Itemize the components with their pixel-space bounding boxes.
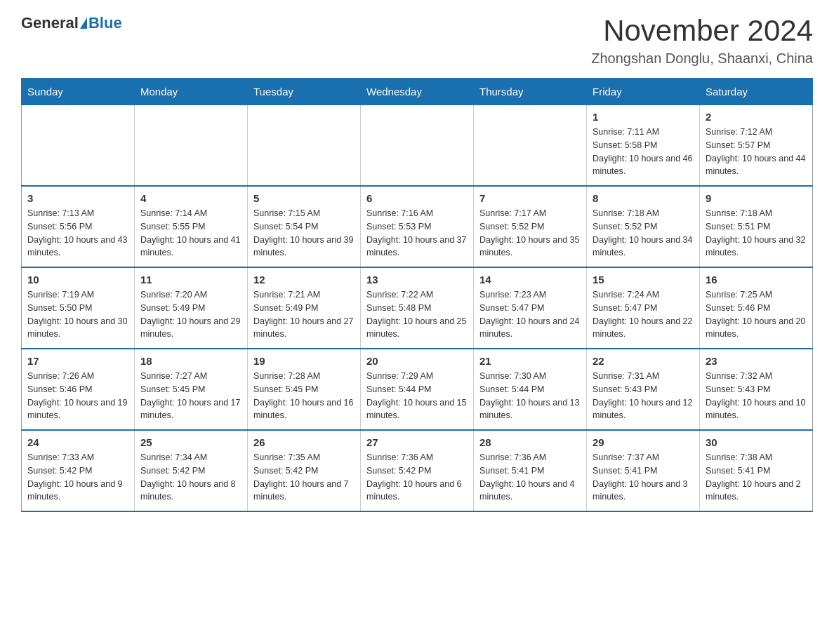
day-cell: 12Sunrise: 7:21 AMSunset: 5:49 PMDayligh… [248, 267, 361, 349]
day-cell: 7Sunrise: 7:17 AMSunset: 5:52 PMDaylight… [474, 186, 587, 267]
day-cell: 24Sunrise: 7:33 AMSunset: 5:42 PMDayligh… [22, 430, 135, 511]
day-info: Sunrise: 7:35 AMSunset: 5:42 PMDaylight:… [253, 451, 355, 504]
day-cell: 17Sunrise: 7:26 AMSunset: 5:46 PMDayligh… [22, 349, 135, 430]
day-number: 9 [706, 192, 807, 204]
calendar-table: SundayMondayTuesdayWednesdayThursdayFrid… [21, 78, 813, 512]
day-info: Sunrise: 7:26 AMSunset: 5:46 PMDaylight:… [27, 370, 128, 422]
day-info: Sunrise: 7:13 AMSunset: 5:56 PMDaylight:… [27, 207, 128, 260]
day-number: 4 [140, 192, 241, 204]
day-cell: 22Sunrise: 7:31 AMSunset: 5:43 PMDayligh… [587, 349, 700, 430]
day-number: 2 [706, 111, 807, 123]
day-cell: 10Sunrise: 7:19 AMSunset: 5:50 PMDayligh… [22, 267, 135, 349]
day-info: Sunrise: 7:38 AMSunset: 5:41 PMDaylight:… [706, 451, 807, 504]
day-cell: 18Sunrise: 7:27 AMSunset: 5:45 PMDayligh… [135, 349, 248, 430]
day-cell: 1Sunrise: 7:11 AMSunset: 5:58 PMDaylight… [587, 105, 700, 187]
day-number: 10 [27, 274, 128, 286]
day-info: Sunrise: 7:15 AMSunset: 5:54 PMDaylight:… [253, 207, 355, 260]
day-number: 8 [593, 192, 694, 204]
header-day-tuesday: Tuesday [248, 79, 361, 105]
day-number: 5 [253, 192, 355, 204]
day-info: Sunrise: 7:33 AMSunset: 5:42 PMDaylight:… [27, 451, 128, 504]
day-number: 27 [366, 436, 468, 448]
day-cell: 11Sunrise: 7:20 AMSunset: 5:49 PMDayligh… [135, 267, 248, 349]
day-number: 1 [593, 111, 694, 123]
day-cell: 13Sunrise: 7:22 AMSunset: 5:48 PMDayligh… [361, 267, 474, 349]
day-info: Sunrise: 7:11 AMSunset: 5:58 PMDaylight:… [593, 126, 694, 178]
title-area: November 2024 Zhongshan Donglu, Shaanxi,… [591, 14, 813, 67]
day-cell: 26Sunrise: 7:35 AMSunset: 5:42 PMDayligh… [248, 430, 361, 511]
day-info: Sunrise: 7:34 AMSunset: 5:42 PMDaylight:… [140, 451, 241, 504]
day-number: 20 [366, 355, 468, 367]
week-row-4: 17Sunrise: 7:26 AMSunset: 5:46 PMDayligh… [22, 349, 813, 430]
day-number: 29 [593, 436, 694, 448]
header-day-saturday: Saturday [700, 79, 813, 105]
day-cell [474, 105, 587, 187]
day-number: 26 [253, 436, 355, 448]
day-number: 16 [706, 274, 807, 286]
day-number: 17 [27, 355, 128, 367]
day-cell: 19Sunrise: 7:28 AMSunset: 5:45 PMDayligh… [248, 349, 361, 430]
day-info: Sunrise: 7:22 AMSunset: 5:48 PMDaylight:… [366, 288, 468, 341]
day-info: Sunrise: 7:17 AMSunset: 5:52 PMDaylight:… [479, 207, 581, 260]
logo-general: General [21, 14, 79, 32]
day-cell: 21Sunrise: 7:30 AMSunset: 5:44 PMDayligh… [474, 349, 587, 430]
day-number: 6 [366, 192, 468, 204]
day-cell: 2Sunrise: 7:12 AMSunset: 5:57 PMDaylight… [700, 105, 813, 187]
day-number: 7 [479, 192, 581, 204]
day-number: 24 [27, 436, 128, 448]
header-day-thursday: Thursday [474, 79, 587, 105]
day-info: Sunrise: 7:19 AMSunset: 5:50 PMDaylight:… [27, 288, 128, 341]
day-number: 22 [593, 355, 694, 367]
day-number: 21 [479, 355, 581, 367]
header-day-sunday: Sunday [22, 79, 135, 105]
logo-triangle-icon [80, 18, 87, 29]
day-cell: 29Sunrise: 7:37 AMSunset: 5:41 PMDayligh… [587, 430, 700, 511]
day-info: Sunrise: 7:31 AMSunset: 5:43 PMDaylight:… [593, 370, 694, 422]
header-day-friday: Friday [587, 79, 700, 105]
day-info: Sunrise: 7:30 AMSunset: 5:44 PMDaylight:… [479, 370, 581, 422]
day-number: 28 [479, 436, 581, 448]
week-row-2: 3Sunrise: 7:13 AMSunset: 5:56 PMDaylight… [22, 186, 813, 267]
day-info: Sunrise: 7:21 AMSunset: 5:49 PMDaylight:… [253, 288, 355, 341]
day-number: 13 [366, 274, 468, 286]
day-cell: 28Sunrise: 7:36 AMSunset: 5:41 PMDayligh… [474, 430, 587, 511]
day-cell: 16Sunrise: 7:25 AMSunset: 5:46 PMDayligh… [700, 267, 813, 349]
week-row-3: 10Sunrise: 7:19 AMSunset: 5:50 PMDayligh… [22, 267, 813, 349]
day-cell [135, 105, 248, 187]
logo-blue: Blue [88, 14, 122, 32]
day-info: Sunrise: 7:24 AMSunset: 5:47 PMDaylight:… [593, 288, 694, 341]
day-cell: 6Sunrise: 7:16 AMSunset: 5:53 PMDaylight… [361, 186, 474, 267]
day-info: Sunrise: 7:29 AMSunset: 5:44 PMDaylight:… [366, 370, 468, 422]
day-cell: 3Sunrise: 7:13 AMSunset: 5:56 PMDaylight… [22, 186, 135, 267]
day-info: Sunrise: 7:25 AMSunset: 5:46 PMDaylight:… [706, 288, 807, 341]
day-cell: 4Sunrise: 7:14 AMSunset: 5:55 PMDaylight… [135, 186, 248, 267]
day-cell: 9Sunrise: 7:18 AMSunset: 5:51 PMDaylight… [700, 186, 813, 267]
day-number: 23 [706, 355, 807, 367]
day-number: 15 [593, 274, 694, 286]
week-row-1: 1Sunrise: 7:11 AMSunset: 5:58 PMDaylight… [22, 105, 813, 187]
header-day-wednesday: Wednesday [361, 79, 474, 105]
day-cell: 30Sunrise: 7:38 AMSunset: 5:41 PMDayligh… [700, 430, 813, 511]
day-info: Sunrise: 7:18 AMSunset: 5:51 PMDaylight:… [706, 207, 807, 260]
location-title: Zhongshan Donglu, Shaanxi, China [591, 51, 813, 67]
day-cell: 14Sunrise: 7:23 AMSunset: 5:47 PMDayligh… [474, 267, 587, 349]
day-info: Sunrise: 7:37 AMSunset: 5:41 PMDaylight:… [593, 451, 694, 504]
week-row-5: 24Sunrise: 7:33 AMSunset: 5:42 PMDayligh… [22, 430, 813, 511]
day-info: Sunrise: 7:27 AMSunset: 5:45 PMDaylight:… [140, 370, 241, 422]
day-cell: 20Sunrise: 7:29 AMSunset: 5:44 PMDayligh… [361, 349, 474, 430]
day-info: Sunrise: 7:32 AMSunset: 5:43 PMDaylight:… [706, 370, 807, 422]
day-number: 30 [706, 436, 807, 448]
day-info: Sunrise: 7:36 AMSunset: 5:42 PMDaylight:… [366, 451, 468, 504]
day-info: Sunrise: 7:12 AMSunset: 5:57 PMDaylight:… [706, 126, 807, 178]
day-cell: 15Sunrise: 7:24 AMSunset: 5:47 PMDayligh… [587, 267, 700, 349]
month-title: November 2024 [591, 14, 813, 48]
day-number: 14 [479, 274, 581, 286]
day-number: 12 [253, 274, 355, 286]
header: General Blue November 2024 Zhongshan Don… [21, 14, 813, 67]
day-info: Sunrise: 7:18 AMSunset: 5:52 PMDaylight:… [593, 207, 694, 260]
header-day-monday: Monday [135, 79, 248, 105]
day-cell: 8Sunrise: 7:18 AMSunset: 5:52 PMDaylight… [587, 186, 700, 267]
header-row: SundayMondayTuesdayWednesdayThursdayFrid… [22, 79, 813, 105]
day-cell [22, 105, 135, 187]
logo: General Blue [21, 14, 122, 32]
